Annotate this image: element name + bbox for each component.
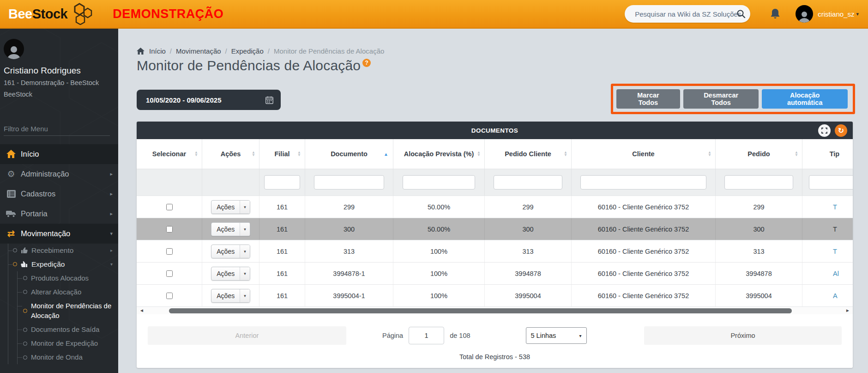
filter-input-filial[interactable] <box>264 175 300 190</box>
sidebar-item-movimentacao[interactable]: ⇄ Movimentação ▾ <box>0 224 118 244</box>
caret-down-icon[interactable]: ▾ <box>240 201 250 214</box>
filter-cell <box>572 169 716 196</box>
cell-pedido: 313 <box>716 240 802 262</box>
sidebar-item-alterar-alocacao[interactable]: Alterar Alocação <box>18 285 118 299</box>
breadcrumb-expedicao[interactable]: Expedição <box>231 47 264 55</box>
caret-down-icon[interactable]: ▾ <box>240 267 250 280</box>
breadcrumb-movimentacao[interactable]: Movimentação <box>176 47 221 55</box>
filter-input-tipo[interactable] <box>809 175 853 190</box>
user-menu-caret-icon[interactable]: ▾ <box>856 11 859 17</box>
sidebar-item-label: Recebimento <box>31 246 73 255</box>
breadcrumb-inicio[interactable]: Início <box>149 47 166 55</box>
filter-input-documento[interactable] <box>314 175 384 190</box>
column-header-pedido-cliente[interactable]: Pedido Cliente ▲▼ <box>485 139 572 169</box>
cell-pedido: 3995004 <box>716 285 802 306</box>
column-header-documento[interactable]: Documento ▲ <box>305 139 393 169</box>
caret-down-icon[interactable]: ▾ <box>240 223 250 236</box>
home-icon[interactable] <box>137 48 145 55</box>
table-scroll-area: Selecionar ▲▼ Ações ▲▼ Filial ▲▼ Documen… <box>137 139 853 306</box>
sidebar-item-monitor-de-expedicao[interactable]: Monitor de Expedição <box>18 336 118 350</box>
table-row: Ações ▾ 161 3995004-1 100% 3995004 60160… <box>137 284 853 306</box>
sort-icon[interactable]: ▲▼ <box>477 151 481 157</box>
cell-filial: 161 <box>259 263 305 284</box>
row-actions-button[interactable]: Ações ▾ <box>211 267 250 281</box>
row-select-checkbox[interactable] <box>166 204 173 210</box>
page-number-input[interactable] <box>409 327 444 344</box>
column-header-pedido[interactable]: Pedido ▲▼ <box>716 139 802 169</box>
sidebar-item-label: Documentos de Saída <box>31 324 99 335</box>
sort-icon[interactable]: ▲▼ <box>564 151 567 157</box>
sidebar-item-portaria[interactable]: Portaria ▸ <box>0 204 118 224</box>
sidebar-item-recebimento[interactable]: Recebimento ▸ <box>8 244 118 257</box>
column-header-acoes[interactable]: Ações ▲▼ <box>202 139 259 169</box>
search-icon[interactable] <box>736 9 746 18</box>
sort-icon[interactable]: ▲▼ <box>297 151 301 157</box>
column-header-alocacao-prevista[interactable]: Alocação Prevista (%) ▲▼ <box>393 139 485 169</box>
filter-input-pedido[interactable] <box>724 175 794 190</box>
filter-input-pedido-cliente[interactable] <box>494 175 563 190</box>
bullet-icon <box>23 290 27 294</box>
row-select-checkbox[interactable] <box>166 248 173 255</box>
username-label[interactable]: cristiano_sz <box>818 10 854 18</box>
cell-pedido-cliente: 313 <box>485 240 572 262</box>
notifications-bell-icon[interactable] <box>770 8 781 20</box>
row-actions-button[interactable]: Ações ▾ <box>211 245 250 258</box>
bullet-icon <box>23 276 27 280</box>
column-header-cliente[interactable]: Cliente ▲▼ <box>572 139 716 169</box>
cell-pedido: 300 <box>716 218 802 240</box>
scrollbar-thumb[interactable] <box>169 308 792 313</box>
row-select-checkbox[interactable] <box>166 226 173 232</box>
cell-pedido: 3994878 <box>716 263 802 284</box>
environment-label: DEMONSTRAÇÃO <box>113 7 223 21</box>
wiki-search-input[interactable] <box>635 10 741 18</box>
fullscreen-icon[interactable] <box>818 124 831 137</box>
mark-all-button[interactable]: Marcar Todos <box>616 89 680 109</box>
sidebar-item-inicio[interactable]: Início <box>0 144 118 164</box>
unmark-all-button[interactable]: Desmarcar Todos <box>683 89 759 109</box>
sidebar-item-administracao[interactable]: ⚙ Administração ▸ <box>0 164 118 184</box>
help-icon[interactable]: ? <box>362 59 371 67</box>
cell-pedido: 299 <box>716 196 802 218</box>
column-header-selecionar[interactable]: Selecionar ▲▼ <box>137 139 202 169</box>
rows-per-page-select[interactable]: 5 Linhas ▾ <box>526 327 587 344</box>
sort-icon[interactable]: ▲▼ <box>194 151 198 157</box>
sidebar-item-documentos-de-saida[interactable]: Documentos de Saída <box>18 323 118 336</box>
sidebar-item-expedicao[interactable]: Expedição ▾ <box>8 257 118 271</box>
sidebar-item-label: Monitor de Onda <box>31 352 83 362</box>
sort-icon[interactable]: ▲▼ <box>252 151 255 157</box>
sidebar-item-label: Alterar Alocação <box>31 287 81 297</box>
row-actions-button[interactable]: Ações ▾ <box>211 222 250 236</box>
sidebar-item-cadastros[interactable]: Cadastros ▸ <box>0 184 118 204</box>
sort-icon[interactable]: ▲▼ <box>795 151 798 157</box>
row-select-checkbox[interactable] <box>166 293 173 299</box>
logo-bee: Bee <box>8 6 32 21</box>
beestock-logo[interactable]: BeeStock <box>8 3 93 25</box>
next-page-button[interactable]: Próximo <box>644 326 842 345</box>
scroll-left-icon[interactable]: ◄ <box>139 308 144 313</box>
filter-input-alocacao-prevista[interactable] <box>403 175 476 190</box>
cell-pedido-cliente: 3995004 <box>485 285 572 306</box>
cell-filial: 161 <box>259 218 305 240</box>
sidebar-item-monitor-pendencias-alocacao[interactable]: Monitor de Pendências de Alocação <box>18 299 115 323</box>
filter-input-cliente[interactable] <box>580 175 707 190</box>
scroll-right-icon[interactable]: ► <box>845 308 850 313</box>
menu-filter-input[interactable] <box>4 122 110 136</box>
column-header-filial[interactable]: Filial ▲▼ <box>259 139 305 169</box>
caret-down-icon[interactable]: ▾ <box>240 245 250 258</box>
column-label: Pedido Cliente <box>505 150 551 158</box>
caret-down-icon[interactable]: ▾ <box>240 289 250 302</box>
chevron-down-icon: ▾ <box>110 262 113 267</box>
sort-icon[interactable]: ▲▼ <box>708 151 711 157</box>
date-range-button[interactable]: 10/05/2020 - 09/06/2025 <box>137 90 281 110</box>
row-actions-button[interactable]: Ações ▾ <box>211 289 250 303</box>
row-actions-button[interactable]: Ações ▾ <box>211 200 250 214</box>
sort-ascending-icon[interactable]: ▲ <box>384 152 388 157</box>
row-select-checkbox[interactable] <box>166 270 173 277</box>
sidebar-item-produtos-alocados[interactable]: Produtos Alocados <box>18 271 118 285</box>
column-header-tipo[interactable]: Tip <box>802 139 853 169</box>
auto-allocation-button[interactable]: Alocação automática <box>762 89 848 109</box>
sidebar-item-monitor-de-onda[interactable]: Monitor de Onda <box>18 350 118 364</box>
previous-page-button[interactable]: Anterior <box>148 326 346 345</box>
refresh-icon[interactable]: ↻ <box>835 124 847 137</box>
user-avatar[interactable] <box>796 5 813 23</box>
